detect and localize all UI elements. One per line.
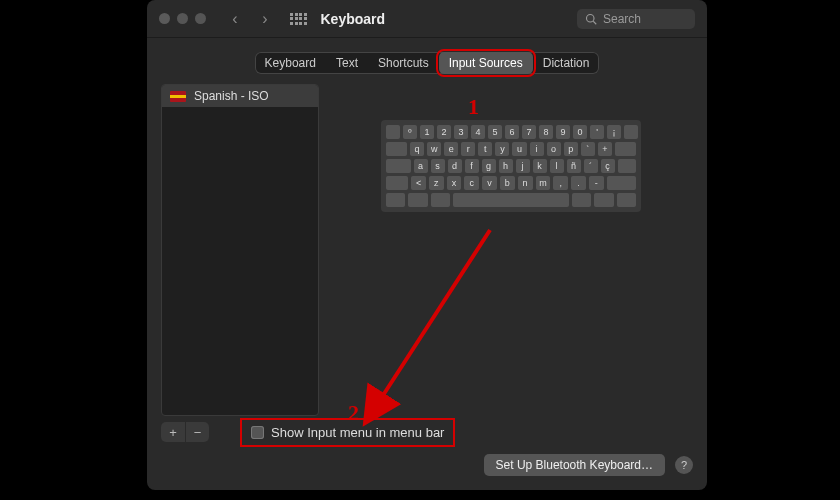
- search-icon: [585, 13, 597, 25]
- key: l: [550, 159, 564, 173]
- key: 0: [573, 125, 587, 139]
- close-icon[interactable]: [159, 13, 170, 24]
- input-source-item[interactable]: Spanish - ISO: [162, 85, 318, 107]
- key: 6: [505, 125, 519, 139]
- key: r: [461, 142, 475, 156]
- key: ¡: [607, 125, 621, 139]
- annotation-2: 2: [348, 400, 359, 426]
- add-remove-controls: + −: [161, 422, 209, 442]
- key: 8: [539, 125, 553, 139]
- tab-input-sources[interactable]: Input Sources: [439, 52, 533, 74]
- key: `: [581, 142, 595, 156]
- key: q: [410, 142, 424, 156]
- key: ñ: [567, 159, 581, 173]
- key: 7: [522, 125, 536, 139]
- key: z: [429, 176, 444, 190]
- tab-keyboard[interactable]: Keyboard: [255, 52, 326, 74]
- key: ´: [584, 159, 598, 173]
- input-sources-list[interactable]: Spanish - ISO: [161, 84, 319, 416]
- tab-dictation[interactable]: Dictation: [533, 52, 600, 74]
- key: 3: [454, 125, 468, 139]
- preferences-window: ‹ › Keyboard Search KeyboardTextShortcut…: [147, 0, 707, 490]
- key: a: [414, 159, 428, 173]
- key: ,: [553, 176, 568, 190]
- tab-text[interactable]: Text: [326, 52, 368, 74]
- key: ': [590, 125, 604, 139]
- key: e: [444, 142, 458, 156]
- key: j: [516, 159, 530, 173]
- key: 5: [488, 125, 502, 139]
- key: -: [589, 176, 604, 190]
- key: s: [431, 159, 445, 173]
- key: 9: [556, 125, 570, 139]
- key: t: [478, 142, 492, 156]
- key: n: [518, 176, 533, 190]
- key: º: [403, 125, 417, 139]
- forward-button[interactable]: ›: [254, 8, 276, 30]
- remove-source-button[interactable]: −: [185, 422, 209, 442]
- key: 4: [471, 125, 485, 139]
- titlebar: ‹ › Keyboard Search: [147, 0, 707, 38]
- help-button[interactable]: ?: [675, 456, 693, 474]
- window-controls[interactable]: [159, 13, 206, 24]
- search-placeholder: Search: [603, 12, 641, 26]
- flag-icon: [170, 91, 186, 102]
- key: g: [482, 159, 496, 173]
- key: h: [499, 159, 513, 173]
- key: <: [411, 176, 426, 190]
- add-source-button[interactable]: +: [161, 422, 185, 442]
- key: v: [482, 176, 497, 190]
- key: c: [464, 176, 479, 190]
- key: y: [495, 142, 509, 156]
- tab-shortcuts[interactable]: Shortcuts: [368, 52, 439, 74]
- svg-line-1: [593, 21, 596, 24]
- annotation-1: 1: [468, 94, 479, 120]
- key: m: [536, 176, 551, 190]
- key: k: [533, 159, 547, 173]
- key: ç: [601, 159, 615, 173]
- key: .: [571, 176, 586, 190]
- key: 1: [420, 125, 434, 139]
- key: d: [448, 159, 462, 173]
- key: +: [598, 142, 612, 156]
- input-source-label: Spanish - ISO: [194, 89, 269, 103]
- key: o: [547, 142, 561, 156]
- window-title: Keyboard: [321, 11, 386, 27]
- minimize-icon[interactable]: [177, 13, 188, 24]
- setup-bluetooth-button[interactable]: Set Up Bluetooth Keyboard…: [484, 454, 665, 476]
- key: u: [512, 142, 526, 156]
- key: w: [427, 142, 441, 156]
- keyboard-preview: º1234567890'¡qwertyuiop`+asdfghjklñ´ç<zx…: [329, 84, 693, 416]
- key: x: [447, 176, 462, 190]
- key: 2: [437, 125, 451, 139]
- search-input[interactable]: Search: [577, 9, 695, 29]
- show-all-icon[interactable]: [290, 13, 307, 25]
- svg-point-0: [587, 14, 595, 22]
- keyboard-layout: º1234567890'¡qwertyuiop`+asdfghjklñ´ç<zx…: [381, 120, 641, 212]
- key: p: [564, 142, 578, 156]
- tabs: KeyboardTextShortcutsInput SourcesDictat…: [147, 52, 707, 74]
- key: b: [500, 176, 515, 190]
- back-button[interactable]: ‹: [224, 8, 246, 30]
- checkbox-icon: [251, 426, 264, 439]
- key: i: [530, 142, 544, 156]
- zoom-icon[interactable]: [195, 13, 206, 24]
- checkbox-label: Show Input menu in menu bar: [271, 425, 444, 440]
- key: f: [465, 159, 479, 173]
